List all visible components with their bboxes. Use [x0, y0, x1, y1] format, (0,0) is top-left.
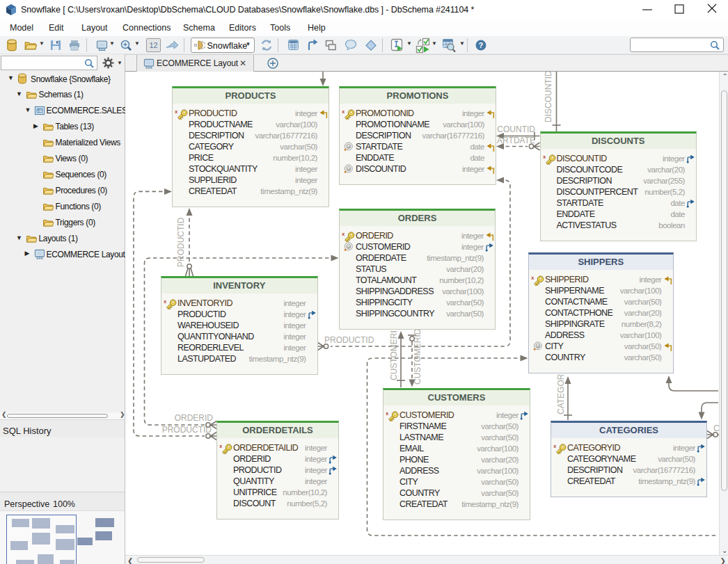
svg-text:CUSTOMERID: CUSTOMERID — [413, 328, 422, 385]
svg-text:CUSTOMERI: CUSTOMERI — [389, 330, 399, 380]
svg-text:ARTDATE: ARTDATE — [497, 136, 535, 145]
svg-text:PRODUCTID: PRODUCTID — [176, 217, 186, 267]
svg-text:DISCOUNTID: DISCOUNTID — [544, 72, 553, 122]
svg-text:CATEGOR: CATEGOR — [556, 373, 566, 414]
svg-text:PRODUCTID: PRODUCTID — [162, 425, 212, 435]
svg-text:?: ? — [479, 41, 484, 49]
svg-text:PRODUCTID: PRODUCTID — [324, 335, 374, 345]
svg-text:ORDERID: ORDERID — [175, 413, 214, 423]
svg-text:COUNTID: COUNTID — [497, 124, 535, 134]
